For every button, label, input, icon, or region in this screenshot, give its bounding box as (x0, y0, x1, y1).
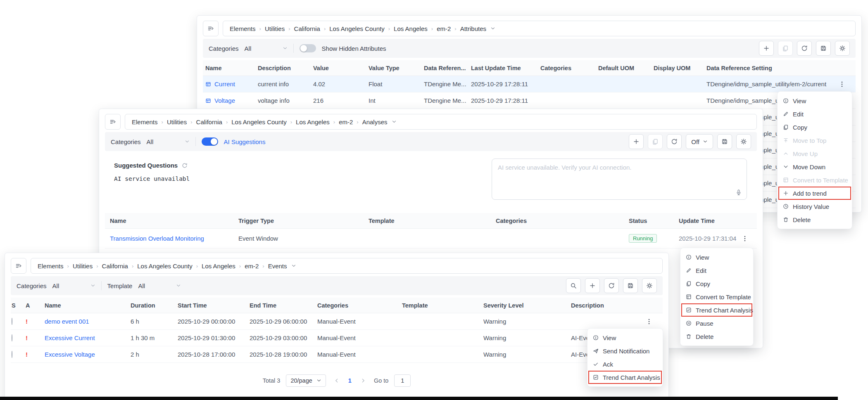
event-name-link[interactable]: demo event 001 (45, 318, 89, 325)
table-row[interactable]: ! Excessive Voltage 2 h 2025-10-28 17:00… (11, 346, 663, 363)
menu-item-view[interactable]: View (680, 251, 753, 264)
table-row[interactable]: Transmission Overload Monitoring Event W… (105, 229, 757, 249)
event-state-icon[interactable] (12, 334, 12, 341)
breadcrumb-item[interactable]: Utilities (73, 263, 93, 270)
breadcrumb-item[interactable]: California (102, 263, 128, 270)
search-button[interactable] (566, 278, 581, 293)
analysis-name-link[interactable]: Transmission Overload Monitoring (110, 235, 204, 242)
column-header: S (12, 302, 26, 309)
menu-item-edit[interactable]: Edit (778, 107, 852, 121)
menu-item-edit[interactable]: Edit (680, 264, 753, 277)
prev-page-button[interactable] (332, 376, 342, 386)
event-name-link[interactable]: Excessive Voltage (45, 351, 95, 358)
panel-toggle-button[interactable] (203, 21, 219, 36)
menu-item-pause[interactable]: Pause (680, 317, 753, 330)
event-name-link[interactable]: Excessive Current (45, 334, 95, 341)
breadcrumb-item-current[interactable]: Attributes (460, 25, 486, 32)
add-attribute-button[interactable] (759, 41, 774, 56)
breadcrumb-item[interactable]: em-2 (339, 118, 353, 125)
copy-button[interactable] (648, 134, 663, 149)
menu-item-label: Edit (696, 267, 706, 274)
refresh-suggestions-icon[interactable] (182, 163, 188, 168)
menu-item-convert-to-template[interactable]: Convert to Template (680, 290, 753, 303)
event-state-icon[interactable] (12, 351, 12, 358)
menu-item-move-up[interactable]: Move Up (778, 147, 852, 160)
breadcrumb-item[interactable]: Los Angeles (394, 25, 428, 32)
event-state-icon[interactable] (12, 318, 12, 325)
chevron-down-icon[interactable] (392, 119, 397, 124)
row-actions-button[interactable] (836, 78, 848, 90)
breadcrumb-item[interactable]: em-2 (437, 25, 451, 32)
categories-select[interactable]: All (245, 45, 288, 52)
breadcrumb-item[interactable]: Elements (230, 25, 256, 32)
export-button[interactable] (816, 41, 831, 56)
menu-item-view[interactable]: View (778, 94, 852, 107)
menu-item-history-value[interactable]: History Value (778, 200, 852, 213)
menu-item-convert-to-template[interactable]: Convert to Template (778, 173, 852, 187)
export-button[interactable] (623, 278, 638, 293)
menu-item-copy[interactable]: Copy (680, 277, 753, 290)
menu-item-move-down[interactable]: Move Down (778, 160, 852, 173)
breadcrumb-item[interactable]: Los Angeles County (137, 263, 192, 270)
panel-toggle-button[interactable] (11, 258, 26, 274)
menu-item-trend-chart-analysis[interactable]: Trend Chart Analysis (680, 303, 753, 317)
menu-item-delete[interactable]: Delete (680, 330, 753, 343)
menu-item-add-to-trend[interactable]: Add to trend (778, 187, 852, 200)
breadcrumb-item[interactable]: Los Angeles County (231, 118, 286, 125)
chevron-down-icon[interactable] (490, 26, 495, 31)
breadcrumb-item[interactable]: Los Angeles (202, 263, 235, 270)
settings-button[interactable] (835, 41, 850, 56)
breadcrumb-item[interactable]: California (294, 25, 320, 32)
menu-item-move-to-top[interactable]: Move to Top (778, 134, 852, 147)
goto-page-input[interactable] (394, 374, 411, 387)
table-row[interactable]: Voltage voltage info 216 Int TDengine Me… (203, 92, 856, 109)
refresh-icon (801, 45, 808, 52)
breadcrumb-item-current[interactable]: Events (268, 263, 287, 270)
menu-item-copy[interactable]: Copy (778, 121, 852, 134)
categories-select[interactable]: All (147, 138, 190, 145)
breadcrumb-item[interactable]: California (196, 118, 222, 125)
table-row[interactable]: ! demo event 001 6 h 2025-10-29 00:00:00… (11, 313, 663, 330)
attribute-name-link[interactable]: Current (214, 80, 235, 88)
next-page-button[interactable] (358, 376, 368, 386)
template-select[interactable]: All (138, 282, 181, 289)
add-analysis-button[interactable] (629, 134, 644, 149)
breadcrumb-item[interactable]: Los Angeles County (329, 25, 384, 32)
row-actions-button[interactable] (643, 315, 655, 328)
menu-item-view[interactable]: View (587, 331, 663, 344)
refresh-button[interactable] (797, 41, 812, 56)
categories-select[interactable]: All (52, 282, 95, 289)
chevron-down-icon[interactable] (291, 263, 296, 268)
settings-button[interactable] (736, 134, 751, 149)
table-row[interactable]: Current current info 4.02 Float TDengine… (203, 76, 856, 92)
settings-button[interactable] (642, 278, 657, 293)
breadcrumb-item[interactable]: Utilities (167, 118, 187, 125)
export-button[interactable] (717, 134, 732, 149)
breadcrumb-item[interactable]: Utilities (265, 25, 285, 32)
attribute-name-link[interactable]: Voltage (214, 97, 235, 104)
panel-toggle-button[interactable] (105, 114, 121, 130)
ai-question-input[interactable] (492, 159, 747, 200)
page-size-select[interactable]: 20/page (286, 374, 326, 387)
refresh-button[interactable] (604, 278, 619, 293)
menu-item-send-notification[interactable]: Send Notification (587, 344, 663, 357)
ai-state-select[interactable]: Off (686, 134, 713, 149)
show-hidden-toggle[interactable] (300, 44, 316, 52)
menu-item-delete[interactable]: Delete (778, 213, 852, 226)
row-actions-button[interactable] (739, 232, 751, 245)
refresh-button[interactable] (667, 134, 682, 149)
page-number-current[interactable]: 1 (347, 377, 352, 384)
menu-item-ack[interactable]: Ack (587, 357, 663, 371)
breadcrumb-item[interactable]: Los Angeles (296, 118, 330, 125)
add-event-button[interactable] (585, 278, 600, 293)
table-row[interactable]: ! Excessive Current 1 h 30 m 2025-10-29 … (11, 330, 663, 346)
breadcrumb-item[interactable]: Elements (38, 263, 64, 270)
breadcrumb-item[interactable]: Elements (132, 118, 158, 125)
breadcrumb-item-current[interactable]: Analyses (362, 118, 388, 125)
microphone-icon[interactable] (735, 189, 742, 196)
ai-suggestions-toggle[interactable] (202, 137, 218, 146)
breadcrumb-item[interactable]: em-2 (245, 263, 259, 270)
info-icon (686, 254, 692, 260)
menu-item-trend-chart-analysis[interactable]: Trend Chart Analysis (587, 371, 663, 384)
copy-button[interactable] (778, 41, 793, 56)
